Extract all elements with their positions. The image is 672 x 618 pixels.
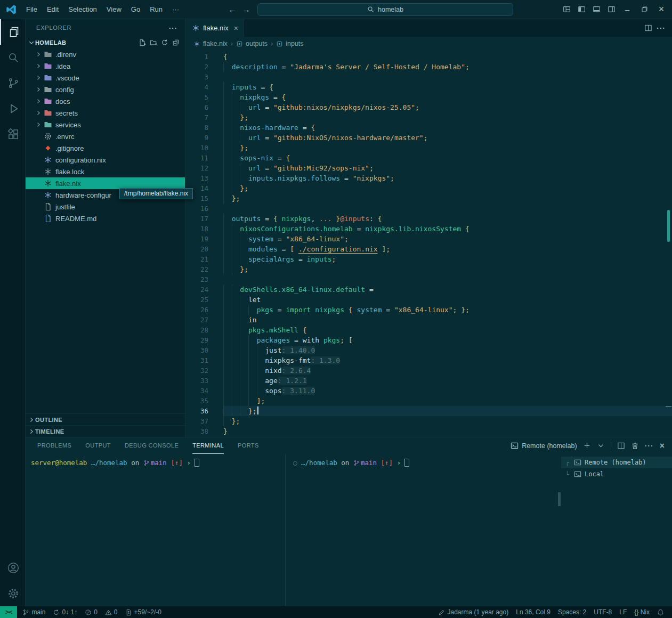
status-language-mode[interactable]: {} Nix bbox=[630, 606, 653, 618]
code-line-13[interactable]: 13 inputs.nixpkgs.follows = "nixpkgs"; bbox=[185, 173, 672, 183]
activity-explorer[interactable] bbox=[0, 19, 25, 45]
customize-layout-icon[interactable] bbox=[559, 3, 574, 17]
code-line-6[interactable]: 6 url = "github:nixos/nixpkgs/nixos-25.0… bbox=[185, 102, 672, 112]
tree-item-secrets[interactable]: secrets bbox=[26, 107, 185, 119]
tree-item-readme-md[interactable]: README.md bbox=[26, 213, 185, 224]
refresh-icon[interactable] bbox=[161, 39, 168, 46]
kill-terminal-button[interactable] bbox=[631, 442, 639, 450]
minimap[interactable] bbox=[624, 52, 664, 113]
terminal-tab-remote-homelab[interactable]: ┌Remote (homelab) bbox=[561, 457, 672, 468]
code-line-9[interactable]: 9 url = "github:NixOS/nixos-hardware/mas… bbox=[185, 133, 672, 143]
panel-close-button[interactable]: × bbox=[660, 441, 665, 451]
code-editor[interactable]: 1{2 description = "Jadarma's Server / Se… bbox=[185, 51, 672, 437]
code-line-37[interactable]: 37 }; bbox=[185, 416, 672, 426]
terminal-tab-local[interactable]: └Local bbox=[561, 468, 672, 480]
menu-run[interactable]: Run bbox=[145, 3, 167, 15]
code-line-22[interactable]: 22 }; bbox=[185, 264, 672, 274]
code-line-28[interactable]: 28 pkgs.mkShell { bbox=[185, 325, 672, 335]
code-line-17[interactable]: 17 outputs = { nixpkgs, ... }@inputs: { bbox=[185, 214, 672, 224]
code-line-29[interactable]: 29 packages = with pkgs; [ bbox=[185, 335, 672, 345]
code-line-16[interactable]: 16 bbox=[185, 204, 672, 214]
status-eol[interactable]: LF bbox=[616, 606, 630, 618]
status-git-changes[interactable]: +59/~2/-0 bbox=[122, 606, 165, 618]
tree-item-gitignore[interactable]: .gitignore bbox=[26, 142, 185, 154]
terminal-profile-button[interactable]: Remote (homelab) bbox=[511, 442, 577, 450]
collapse-all-icon[interactable] bbox=[172, 39, 180, 46]
panel-tab-output[interactable]: OUTPUT bbox=[85, 437, 111, 454]
code-line-32[interactable]: 32 nixd: 2.6.4 bbox=[185, 365, 672, 376]
split-editor-icon[interactable] bbox=[644, 24, 652, 32]
status-git-branch[interactable]: main bbox=[19, 606, 49, 618]
code-line-25[interactable]: 25 let bbox=[185, 295, 672, 305]
close-button[interactable]: × bbox=[653, 2, 670, 18]
panel-more-button[interactable]: ··· bbox=[645, 442, 654, 450]
menu-selection[interactable]: Selection bbox=[63, 3, 101, 15]
editor-more-button[interactable]: ··· bbox=[657, 24, 666, 32]
code-line-20[interactable]: 20 modules = [ ./configuration.nix ]; bbox=[185, 244, 672, 254]
status-indentation[interactable]: Spaces: 2 bbox=[554, 606, 590, 618]
split-terminal-button[interactable] bbox=[617, 442, 625, 450]
toggle-secondary-sidebar-icon[interactable] bbox=[604, 3, 619, 17]
restore-button[interactable] bbox=[636, 2, 653, 18]
menu-edit[interactable]: Edit bbox=[42, 3, 63, 15]
code-line-34[interactable]: 34 sops: 3.11.0 bbox=[185, 386, 672, 396]
code-line-3[interactable]: 3 bbox=[185, 72, 672, 82]
code-line-33[interactable]: 33 age: 1.2.1 bbox=[185, 376, 672, 386]
code-line-24[interactable]: 24 devShells.x86_64-linux.default = bbox=[185, 284, 672, 295]
panel-tab-debug-console[interactable]: DEBUG CONSOLE bbox=[125, 437, 179, 454]
command-center-search[interactable]: homelab bbox=[257, 3, 513, 16]
activity-source-control[interactable] bbox=[0, 70, 25, 96]
tab-close-icon[interactable]: × bbox=[234, 24, 238, 32]
code-line-14[interactable]: 14 }; bbox=[185, 183, 672, 193]
code-line-10[interactable]: 10 }; bbox=[185, 143, 672, 153]
activity-settings[interactable] bbox=[0, 581, 25, 606]
menu-view[interactable]: View bbox=[102, 3, 126, 15]
code-line-38[interactable]: 38} bbox=[185, 426, 672, 436]
tab-flake-nix[interactable]: flake.nix × bbox=[185, 19, 244, 37]
code-line-8[interactable]: 8 nixos-hardware = { bbox=[185, 123, 672, 133]
tree-item-envrc[interactable]: .envrc bbox=[26, 131, 185, 142]
terminal-local-pane[interactable]: ○ …/homelab on main [↑] › bbox=[286, 454, 557, 606]
code-line-15[interactable]: 15 }; bbox=[185, 193, 672, 204]
history-back-button[interactable]: ← bbox=[225, 3, 239, 17]
status-problems-errors[interactable]: 0 bbox=[81, 606, 101, 618]
tree-item-docs[interactable]: docs bbox=[26, 95, 185, 107]
code-line-31[interactable]: 31 nixpkgs-fmt: 1.3.0 bbox=[185, 355, 672, 365]
code-line-19[interactable]: 19 system = "x86_64-linux"; bbox=[185, 234, 672, 244]
status-git-blame[interactable]: Jadarma (1 year ago) bbox=[434, 606, 512, 618]
code-line-27[interactable]: 27 in bbox=[185, 315, 672, 325]
minimize-button[interactable]: – bbox=[619, 2, 636, 18]
panel-tab-terminal[interactable]: TERMINAL bbox=[192, 437, 224, 454]
code-line-11[interactable]: 11 sops-nix = { bbox=[185, 153, 672, 163]
code-line-5[interactable]: 5 nixpkgs = { bbox=[185, 92, 672, 102]
terminal-dropdown-chevron-icon[interactable] bbox=[597, 442, 605, 450]
tree-item-config[interactable]: config bbox=[26, 84, 185, 95]
tree-item-vscode[interactable]: .vscode bbox=[26, 72, 185, 84]
code-line-2[interactable]: 2 description = "Jadarma's Server / Self… bbox=[185, 62, 672, 72]
activity-run-debug[interactable] bbox=[0, 96, 25, 121]
toggle-sidebar-icon[interactable] bbox=[574, 3, 589, 17]
code-line-21[interactable]: 21 specialArgs = inputs; bbox=[185, 254, 672, 264]
activity-search[interactable] bbox=[0, 45, 25, 70]
new-terminal-button[interactable] bbox=[583, 442, 591, 450]
code-line-36[interactable]: 36 }; bbox=[185, 406, 672, 416]
tree-item-flake-nix[interactable]: flake.nix bbox=[26, 177, 185, 189]
code-line-12[interactable]: 12 url = "github:Mic92/sops-nix"; bbox=[185, 163, 672, 173]
status-git-sync[interactable]: 0↓ 1↑ bbox=[49, 606, 81, 618]
terminal-scrollbar[interactable] bbox=[557, 454, 561, 606]
breadcrumb-item-inputs[interactable]: inputs bbox=[276, 40, 303, 47]
status-encoding[interactable]: UTF-8 bbox=[590, 606, 616, 618]
tree-item-flake-lock[interactable]: flake.lock bbox=[26, 166, 185, 177]
new-file-icon[interactable] bbox=[139, 39, 146, 46]
status-notifications[interactable] bbox=[653, 606, 668, 618]
history-forward-button[interactable]: → bbox=[239, 3, 253, 17]
activity-account[interactable] bbox=[0, 555, 25, 581]
toggle-panel-icon[interactable] bbox=[589, 3, 604, 17]
code-line-26[interactable]: 26 pkgs = import nixpkgs { system = "x86… bbox=[185, 305, 672, 315]
code-line-4[interactable]: 4 inputs = { bbox=[185, 82, 672, 92]
panel-tab-ports[interactable]: PORTS bbox=[238, 437, 259, 454]
section-homelab[interactable]: HOMELAB bbox=[26, 36, 185, 48]
code-line-35[interactable]: 35 ]; bbox=[185, 396, 672, 406]
tree-item-idea[interactable]: .idea bbox=[26, 60, 185, 72]
panel-tab-problems[interactable]: PROBLEMS bbox=[37, 437, 71, 454]
